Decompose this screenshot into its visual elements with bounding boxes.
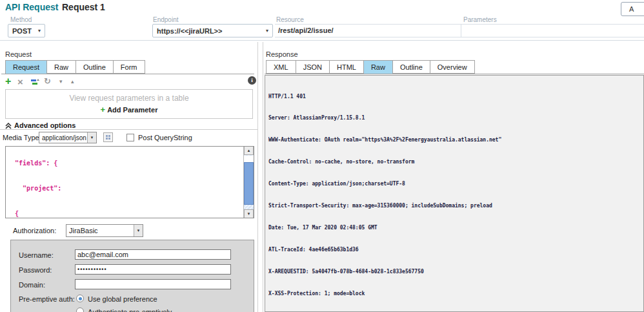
- delete-param-icon[interactable]: ×: [17, 76, 23, 87]
- response-line: Strict-Transport-Security: max-age=31536…: [268, 202, 643, 209]
- username-field[interactable]: [75, 249, 231, 260]
- domain-field[interactable]: [75, 279, 231, 289]
- info-icon[interactable]: i: [248, 76, 256, 85]
- preemptive-auth-label: Pre-emptive auth:: [19, 295, 75, 303]
- body-line: {: [7, 209, 243, 218]
- plus-icon: +: [101, 105, 106, 114]
- response-line: Server: AtlassianProxy/1.15.8.1: [268, 114, 643, 121]
- field-divider: [461, 24, 461, 37]
- response-panel-title: Response: [266, 50, 298, 58]
- tab-raw[interactable]: Raw: [364, 60, 393, 74]
- password-label: Password:: [19, 266, 52, 274]
- add-param-icon[interactable]: +: [5, 76, 11, 87]
- authorization-select[interactable]: JiraBasic ▼: [66, 224, 143, 237]
- corner-button[interactable]: A: [621, 2, 644, 16]
- response-line: WWW-Authenticate: OAuth realm="https%3A%…: [268, 136, 643, 143]
- domain-label: Domain:: [19, 281, 45, 289]
- tab-html[interactable]: HTML: [330, 60, 364, 74]
- chevron-up-icon[interactable]: ▴: [71, 78, 74, 85]
- response-raw-view[interactable]: HTTP/1.1 401 Server: AtlassianProxy/1.15…: [265, 75, 644, 312]
- method-label: Method: [10, 16, 32, 23]
- media-type-label: Media Type: [3, 134, 39, 141]
- response-line: X-AREQUESTID: 5a4047fb-078b-4684-b028-1c…: [268, 268, 643, 275]
- response-raw-text: HTTP/1.1 401 Server: AtlassianProxy/1.15…: [268, 78, 643, 311]
- request-body-text: "fields": { "project": { "id" :"16020" }…: [7, 146, 243, 218]
- post-querystring-checkbox[interactable]: [126, 134, 134, 141]
- panel-splitter[interactable]: [257, 42, 258, 312]
- scrollbar-thumb[interactable]: [244, 162, 254, 205]
- api-request-window: API Request Request 1 A Method Endpoint …: [0, 0, 644, 312]
- section-separator: [0, 129, 258, 130]
- request-panel-title: Request: [5, 50, 32, 58]
- tab-outline[interactable]: Outline: [393, 60, 430, 74]
- chevron-down-icon: ▾: [38, 28, 41, 34]
- chevron-down-icon: ▾: [266, 28, 268, 34]
- tab-outline[interactable]: Outline: [76, 60, 114, 74]
- response-line: Date: Tue, 17 Mar 2020 02:48:05 GMT: [268, 224, 643, 231]
- password-field[interactable]: [75, 264, 231, 275]
- request-params-box: View request parameters in a table +Add …: [5, 89, 253, 119]
- dropdown-arrow-icon: ▼: [87, 132, 96, 143]
- request-tabbar: RequestRawOutlineForm: [5, 60, 145, 74]
- refresh-icon[interactable]: ↻: [44, 76, 51, 86]
- tab-form[interactable]: Form: [114, 60, 145, 74]
- media-type-grid-button[interactable]: [103, 132, 113, 142]
- authorization-label: Authorization:: [13, 227, 56, 234]
- auth-form-panel: Username: Password: Domain: Pre-emptive …: [10, 240, 254, 312]
- request-name: Request 1: [62, 2, 105, 12]
- resource-label: Resource: [276, 16, 304, 23]
- response-line: HTTP/1.1 401: [268, 93, 643, 100]
- add-parameter-button[interactable]: +Add Parameter: [101, 105, 158, 114]
- media-type-select[interactable]: application/json ▼: [39, 132, 97, 143]
- response-line: ATL-TraceId: 4ae46e65b63b1d36: [268, 246, 643, 253]
- tab-request[interactable]: Request: [5, 60, 47, 74]
- request-body-editor[interactable]: "fields": { "project": { "id" :"16020" }…: [5, 146, 254, 218]
- tab-raw[interactable]: Raw: [47, 60, 76, 74]
- scroll-down-icon[interactable]: ▼: [244, 209, 254, 218]
- radio-authenticate-preemptively[interactable]: [76, 307, 84, 312]
- dropdown-arrow-icon: ▼: [134, 225, 143, 236]
- tab-json[interactable]: JSON: [296, 60, 330, 74]
- chevron-down-icon[interactable]: ▾: [59, 78, 63, 85]
- collapse-icon[interactable]: [5, 123, 12, 129]
- tab-overview[interactable]: Overview: [430, 60, 475, 74]
- response-line: Cache-Control: no-cache, no-store, no-tr…: [268, 158, 643, 165]
- username-label: Username:: [19, 251, 54, 259]
- advanced-options-toggle[interactable]: Advanced options: [14, 121, 75, 129]
- post-querystring-label: Post QueryString: [138, 134, 192, 141]
- response-line: Content-Type: application/json;charset=U…: [268, 180, 643, 187]
- editor-scrollbar[interactable]: ▲ ▼: [243, 147, 254, 218]
- body-line: "project":: [7, 184, 243, 192]
- body-line: "fields": {: [7, 159, 243, 167]
- grid-icon: [106, 135, 110, 140]
- response-tabbar: XMLJSONHTMLRawOutlineOverview: [266, 60, 475, 74]
- params-placeholder: View request parameters in a table: [69, 94, 188, 103]
- endpoint-label: Endpoint: [153, 16, 178, 23]
- scroll-up-icon[interactable]: ▲: [244, 146, 254, 155]
- update-param-icon[interactable]: [31, 78, 40, 86]
- response-tabline: [265, 74, 644, 74]
- response-line: X-XSS-Protection: 1; mode=block: [268, 290, 643, 297]
- radio-use-global-preference[interactable]: [76, 295, 84, 302]
- endpoint-select[interactable]: https://<<jiraURL>> ▾: [152, 24, 273, 37]
- resource-input[interactable]: /rest/api/2/issue/: [278, 26, 334, 34]
- page-title: API Request: [5, 2, 58, 12]
- method-select[interactable]: POST ▾: [8, 24, 45, 37]
- parameters-label: Parameters: [463, 16, 497, 23]
- panel-splitter-line: [263, 42, 263, 312]
- header-separator: [0, 40, 644, 41]
- tab-xml[interactable]: XML: [266, 60, 296, 74]
